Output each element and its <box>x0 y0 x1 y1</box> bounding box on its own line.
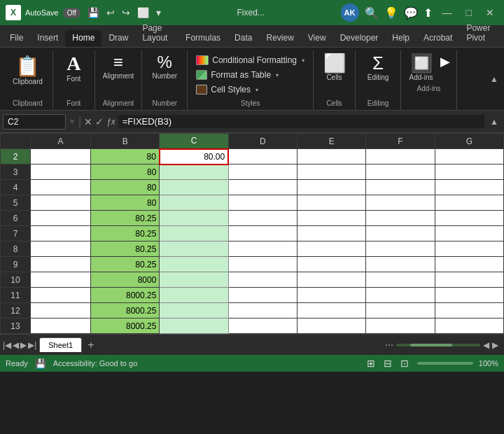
tab-acrobat[interactable]: Acrobat <box>416 30 459 47</box>
row-header-7[interactable]: 7 <box>1 226 31 241</box>
cell-d4[interactable] <box>228 180 297 195</box>
cell-f10[interactable] <box>366 272 435 288</box>
col-header-b[interactable]: B <box>91 134 160 149</box>
cell-d2[interactable] <box>228 149 297 164</box>
row-header-10[interactable]: 10 <box>1 272 31 288</box>
page-break-view-button[interactable]: ⊡ <box>398 356 412 370</box>
ribbon-collapse-button[interactable]: ▲ <box>487 71 501 87</box>
cell-f9[interactable] <box>366 257 435 272</box>
cell-c11[interactable] <box>160 288 228 303</box>
cell-b11[interactable]: 8000.25 <box>91 288 160 303</box>
cell-d8[interactable] <box>228 241 297 257</box>
cell-d12[interactable] <box>228 303 297 318</box>
conditional-formatting-button[interactable]: Conditional Formatting ▾ <box>192 54 309 66</box>
cell-g2[interactable] <box>435 149 503 164</box>
row-header-9[interactable]: 9 <box>1 257 31 272</box>
cell-c10[interactable] <box>160 272 228 288</box>
cell-g6[interactable] <box>435 211 503 226</box>
cell-c9[interactable] <box>160 257 228 272</box>
font-button[interactable]: A Font <box>63 52 84 85</box>
cell-d3[interactable] <box>228 164 297 180</box>
cells-button[interactable]: ⬜ Cells <box>320 52 349 83</box>
cell-b13[interactable]: 8000.25 <box>91 318 160 334</box>
cell-g11[interactable] <box>435 288 503 303</box>
nav-next-icon[interactable]: ▶ <box>20 340 27 350</box>
cell-g13[interactable] <box>435 318 503 334</box>
formula-input[interactable] <box>118 115 484 128</box>
cell-c13[interactable] <box>160 318 228 334</box>
cell-f11[interactable] <box>366 288 435 303</box>
row-header-6[interactable]: 6 <box>1 211 31 226</box>
maximize-button[interactable]: □ <box>462 7 476 18</box>
cell-f2[interactable] <box>366 149 435 164</box>
avatar[interactable]: AK <box>341 4 359 22</box>
cell-g7[interactable] <box>435 226 503 241</box>
cell-d5[interactable] <box>228 195 297 211</box>
cell-a8[interactable] <box>31 241 91 257</box>
more-icon[interactable]: ▾ <box>156 7 161 18</box>
autosave-toggle[interactable]: Off <box>63 8 80 18</box>
cell-b2[interactable]: 80 <box>91 149 160 164</box>
cell-b3[interactable]: 80 <box>91 164 160 180</box>
col-header-c[interactable]: C <box>160 134 228 149</box>
cell-c4[interactable] <box>160 180 228 195</box>
cell-a12[interactable] <box>31 303 91 318</box>
cell-f12[interactable] <box>366 303 435 318</box>
cell-a9[interactable] <box>31 257 91 272</box>
col-header-f[interactable]: F <box>366 134 435 149</box>
tab-data[interactable]: Data <box>227 30 259 47</box>
number-button[interactable]: % Number <box>148 52 181 82</box>
col-header-a[interactable]: A <box>31 134 91 149</box>
horizontal-scrollbar[interactable] <box>396 344 480 346</box>
cell-c7[interactable] <box>160 226 228 241</box>
tab-formulas[interactable]: Formulas <box>178 30 227 47</box>
cell-g8[interactable] <box>435 241 503 257</box>
scroll-left-icon[interactable]: ◀ <box>483 340 489 350</box>
scroll-right-icon[interactable]: ▶ <box>492 340 498 350</box>
add-sheet-button[interactable]: + <box>82 336 99 354</box>
cell-e9[interactable] <box>297 257 365 272</box>
cell-a3[interactable] <box>31 164 91 180</box>
cell-c2[interactable]: 80.00 <box>160 149 228 164</box>
row-header-4[interactable]: 4 <box>1 180 31 195</box>
cell-b8[interactable]: 80.25 <box>91 241 160 257</box>
cell-e5[interactable] <box>297 195 365 211</box>
cell-g5[interactable] <box>435 195 503 211</box>
cell-d13[interactable] <box>228 318 297 334</box>
nav-first-icon[interactable]: |◀ <box>3 340 11 350</box>
cell-b9[interactable]: 80.25 <box>91 257 160 272</box>
page-layout-view-button[interactable]: ⊟ <box>381 356 395 370</box>
cell-b4[interactable]: 80 <box>91 180 160 195</box>
cell-f5[interactable] <box>366 195 435 211</box>
cell-b7[interactable]: 80.25 <box>91 226 160 241</box>
format-table-button[interactable]: Format as Table ▾ <box>192 69 309 81</box>
share-icon[interactable]: ⬆ <box>424 6 433 20</box>
sheet-tab-sheet1[interactable]: Sheet1 <box>39 337 82 352</box>
formula-expand-button[interactable]: ▲ <box>487 115 501 128</box>
row-header-12[interactable]: 12 <box>1 303 31 318</box>
tab-help[interactable]: Help <box>385 30 416 47</box>
undo-icon[interactable]: ↩ <box>106 7 115 18</box>
col-header-d[interactable]: D <box>228 134 297 149</box>
cell-f13[interactable] <box>366 318 435 334</box>
row-header-13[interactable]: 13 <box>1 318 31 334</box>
cell-reference-input[interactable] <box>3 114 66 130</box>
cell-a2[interactable] <box>31 149 91 164</box>
cell-c8[interactable] <box>160 241 228 257</box>
cell-c3[interactable] <box>160 164 228 180</box>
cell-b12[interactable]: 8000.25 <box>91 303 160 318</box>
zoom-slider[interactable] <box>417 362 473 365</box>
cell-styles-button[interactable]: Cell Styles ▾ <box>192 83 309 96</box>
cell-a7[interactable] <box>31 226 91 241</box>
search-icon[interactable]: 🔍 <box>365 6 379 20</box>
cell-a11[interactable] <box>31 288 91 303</box>
comments-icon[interactable]: 💬 <box>404 6 418 20</box>
row-header-11[interactable]: 11 <box>1 288 31 303</box>
tab-view[interactable]: View <box>301 30 333 47</box>
cell-a6[interactable] <box>31 211 91 226</box>
tab-draw[interactable]: Draw <box>102 30 135 47</box>
cell-e6[interactable] <box>297 211 365 226</box>
save-icon[interactable]: 💾 <box>88 7 99 18</box>
insert-function-icon[interactable]: ƒx <box>106 117 115 127</box>
cell-b10[interactable]: 8000 <box>91 272 160 288</box>
